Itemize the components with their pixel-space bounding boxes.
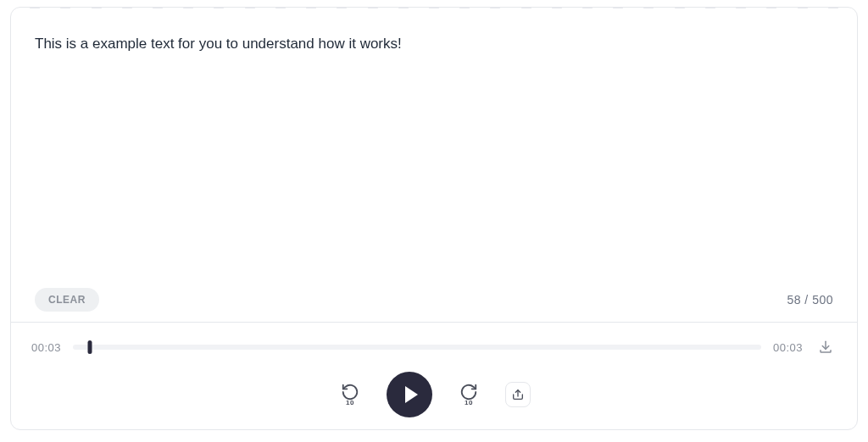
clear-button[interactable]: CLEAR xyxy=(35,288,99,312)
rewind-10-button[interactable]: 10 xyxy=(337,379,363,410)
progress-row: 00:03 00:03 xyxy=(31,336,837,358)
forward-10-button[interactable]: 10 xyxy=(456,379,481,410)
text-input[interactable]: This is a example text for you to unders… xyxy=(35,33,833,285)
total-time: 00:03 xyxy=(773,341,803,354)
share-icon xyxy=(511,388,525,401)
download-icon xyxy=(818,340,833,355)
rewind-label: 10 xyxy=(346,399,354,406)
progress-track[interactable] xyxy=(73,345,761,350)
play-button[interactable] xyxy=(387,372,432,417)
tts-panel: This is a example text for you to unders… xyxy=(10,7,858,430)
playback-controls: 10 10 xyxy=(31,372,837,417)
progress-thumb[interactable] xyxy=(88,340,92,354)
forward-label: 10 xyxy=(465,399,473,406)
play-icon xyxy=(405,386,418,403)
text-area-region: This is a example text for you to unders… xyxy=(11,8,857,322)
download-button[interactable] xyxy=(815,336,837,358)
audio-player: 00:03 00:03 10 10 xyxy=(11,323,857,429)
character-count: 58 / 500 xyxy=(787,293,833,307)
text-footer: CLEAR 58 / 500 xyxy=(35,288,833,312)
current-time: 00:03 xyxy=(31,341,61,354)
share-button[interactable] xyxy=(505,382,531,407)
